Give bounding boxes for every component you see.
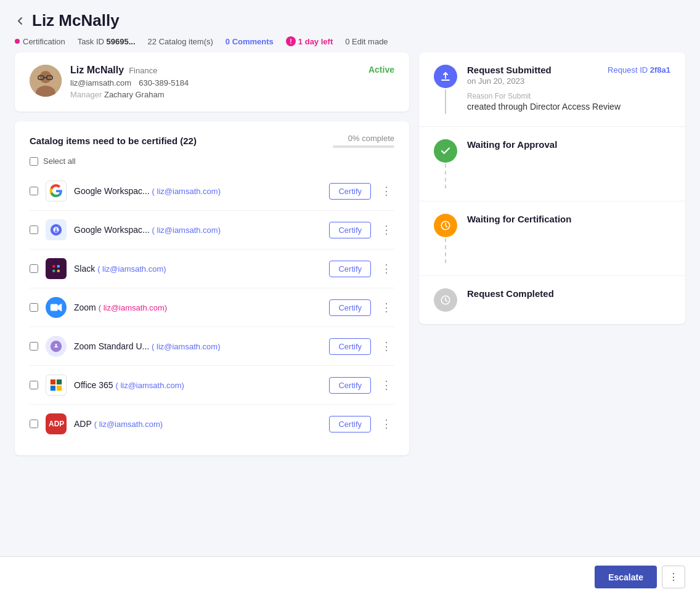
item-checkbox[interactable] xyxy=(30,264,38,273)
office365-icon xyxy=(46,375,67,396)
more-options-button[interactable]: ⋮ xyxy=(378,221,394,239)
more-options-button[interactable]: ⋮ xyxy=(378,376,394,394)
timeline-card: Request Submitted Request ID 2f8a1 on Ju… xyxy=(419,52,685,324)
timeline-item-approval: Waiting for Approval xyxy=(419,127,685,201)
item-checkbox[interactable] xyxy=(30,187,38,195)
user-details: Liz McNally Finance liz@iamsath.com 630-… xyxy=(70,65,189,99)
certification-label: Certification xyxy=(23,37,65,46)
svg-rect-7 xyxy=(52,265,55,267)
google-workspace-icon xyxy=(46,181,67,201)
select-all-label[interactable]: Select all xyxy=(43,156,76,166)
timeline-title: Waiting for Certification xyxy=(467,214,571,224)
manager-name: Zachary Graham xyxy=(104,90,165,99)
progress-text: 0% complete xyxy=(348,134,394,143)
catalog-count: 22 Catalog item(s) xyxy=(148,37,213,46)
catalog-item: Zoom ( liz@iamsath.com) Certify ⋮ xyxy=(30,288,394,327)
timeline-title: Waiting for Approval xyxy=(467,139,557,150)
comments-value: 0 Comments xyxy=(226,37,274,46)
catalog-item: ADP ADP ( liz@iamsath.com) Certify ⋮ xyxy=(30,405,394,443)
certify-button[interactable]: Certify xyxy=(329,299,371,316)
timeline-item-certification: Waiting for Certification xyxy=(419,201,685,276)
zoom-icon xyxy=(46,297,67,318)
reason-label: Reason For Submit xyxy=(467,92,670,100)
days-left-text: 1 day left xyxy=(298,37,333,46)
status-badge: Active xyxy=(368,65,394,75)
catalog-card: Catalog items need to be certified (22) … xyxy=(15,121,409,455)
svg-rect-11 xyxy=(51,304,58,311)
svg-point-1 xyxy=(39,71,52,83)
page: Liz McNally Certification Task ID 59695.… xyxy=(0,0,700,597)
request-completed-icon xyxy=(434,288,457,312)
action-more-button[interactable]: ⋮ xyxy=(662,566,685,588)
edits-count: 0 Edit made xyxy=(345,37,388,46)
task-id-value: 59695... xyxy=(107,37,136,46)
svg-rect-10 xyxy=(57,270,60,272)
user-email: liz@iamsath.com xyxy=(70,78,131,87)
certify-button[interactable]: Certify xyxy=(329,377,371,394)
page-title: Liz McNally xyxy=(32,11,120,30)
back-button[interactable] xyxy=(15,15,26,26)
catalog-title: Catalog items need to be certified (22) xyxy=(30,136,197,146)
svg-rect-15 xyxy=(51,380,55,384)
main-content: Liz McNally Finance liz@iamsath.com 630-… xyxy=(0,52,700,505)
manager-label: Manager xyxy=(70,90,102,99)
reason-text: created through Director Access Review xyxy=(467,102,670,112)
catalog-item: Google Workspac... ( liz@iamsath.com) Ce… xyxy=(30,211,394,250)
left-panel: Liz McNally Finance liz@iamsath.com 630-… xyxy=(15,52,409,455)
request-id-label: Request ID 2f8a1 xyxy=(608,65,670,75)
svg-rect-17 xyxy=(51,386,55,391)
svg-rect-16 xyxy=(57,380,62,384)
timeline-content-completed: Request Completed xyxy=(467,288,670,299)
more-options-button[interactable]: ⋮ xyxy=(378,182,394,200)
timeline-content-submitted: Request Submitted Request ID 2f8a1 on Ju… xyxy=(467,65,670,112)
waiting-approval-icon xyxy=(434,139,457,163)
certification-badge: Certification xyxy=(15,37,65,46)
app-name: Google Workspac... ( liz@iamsath.com) xyxy=(74,186,322,196)
app-name: ADP ( liz@iamsath.com) xyxy=(74,419,322,429)
days-left-badge: ! 1 day left xyxy=(286,36,333,46)
app-name: Slack ( liz@iamsath.com) xyxy=(74,264,322,274)
slack-icon xyxy=(46,258,67,279)
progress-bar-container xyxy=(333,145,394,148)
request-submitted-icon xyxy=(434,65,457,88)
user-card: Liz McNally Finance liz@iamsath.com 630-… xyxy=(15,52,409,112)
item-checkbox[interactable] xyxy=(30,225,38,234)
more-options-button[interactable]: ⋮ xyxy=(378,337,394,355)
item-checkbox[interactable] xyxy=(30,303,38,312)
select-all-checkbox[interactable] xyxy=(30,157,38,166)
warning-icon: ! xyxy=(286,36,296,46)
more-options-button[interactable]: ⋮ xyxy=(378,259,394,278)
escalate-button[interactable]: Escalate xyxy=(595,566,657,588)
app-name: Zoom Standard U... ( liz@iamsath.com) xyxy=(74,341,322,351)
certify-button[interactable]: Certify xyxy=(329,338,371,355)
action-bar: Escalate ⋮ xyxy=(0,556,700,597)
timeline-title: Request Completed xyxy=(467,288,554,299)
item-checkbox[interactable] xyxy=(30,420,38,428)
more-options-button[interactable]: ⋮ xyxy=(378,415,394,433)
item-checkbox[interactable] xyxy=(30,381,38,389)
progress-info: 0% complete xyxy=(333,134,394,148)
certify-button[interactable]: Certify xyxy=(329,416,371,433)
more-options-button[interactable]: ⋮ xyxy=(378,298,394,317)
user-info: Liz McNally Finance liz@iamsath.com 630-… xyxy=(30,65,189,99)
catalog-item: Google Workspac... ( liz@iamsath.com) Ce… xyxy=(30,172,394,211)
app-name: Google Workspac... ( liz@iamsath.com) xyxy=(74,225,322,235)
item-checkbox[interactable] xyxy=(30,342,38,351)
user-manager: Manager Zachary Graham xyxy=(70,90,189,99)
user-department: Finance xyxy=(129,66,157,75)
timeline-item-submitted: Request Submitted Request ID 2f8a1 on Ju… xyxy=(419,52,685,127)
right-panel: Request Submitted Request ID 2f8a1 on Ju… xyxy=(419,52,685,455)
certify-button[interactable]: Certify xyxy=(329,183,371,200)
app-name: Zoom ( liz@iamsath.com) xyxy=(74,303,322,312)
timeline-content-approval: Waiting for Approval xyxy=(467,139,670,150)
catalog-item: Slack ( liz@iamsath.com) Certify ⋮ xyxy=(30,250,394,288)
certify-button[interactable]: Certify xyxy=(329,222,371,238)
connector-dashed xyxy=(445,164,446,189)
connector-dashed xyxy=(445,238,446,263)
svg-rect-18 xyxy=(57,386,62,391)
connector-solid xyxy=(445,89,446,114)
catalog-item: Zoom Standard U... ( liz@iamsath.com) Ce… xyxy=(30,327,394,366)
certify-button[interactable]: Certify xyxy=(329,261,371,277)
avatar xyxy=(30,65,62,97)
svg-rect-9 xyxy=(52,270,55,272)
